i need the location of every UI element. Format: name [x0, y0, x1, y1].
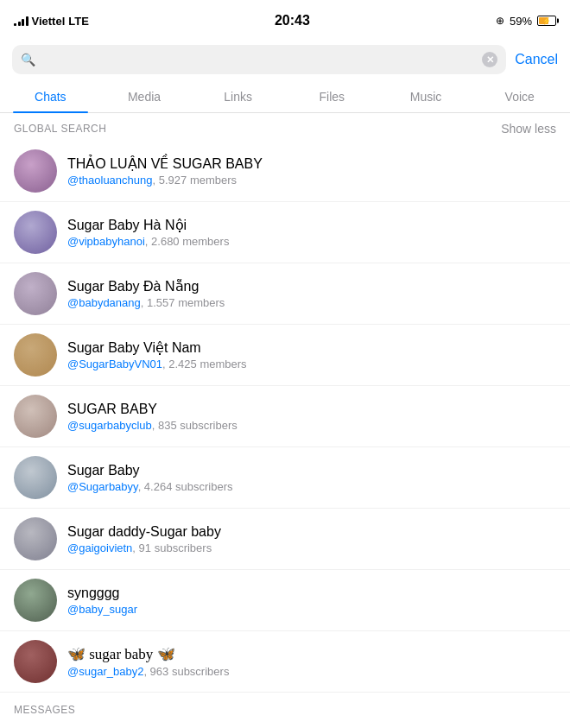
chat-name: THẢO LUẬN VỀ SUGAR BABY [67, 155, 556, 172]
chat-item[interactable]: SUGAR BABY @sugarbabyclub, 835 subscribe… [0, 386, 570, 447]
avatar [14, 333, 57, 377]
chat-members: , 963 subscribers [143, 665, 229, 678]
avatar [14, 211, 57, 254]
chat-username: @SugarBabyVN01 [67, 358, 162, 370]
chat-meta: @babydanang, 1.557 members [67, 296, 556, 309]
chat-info: THẢO LUẬN VỀ SUGAR BABY @thaoluanchung, … [67, 155, 556, 187]
chat-meta: @thaoluanchung, 5.927 members [67, 174, 556, 187]
chat-item[interactable]: THẢO LUẬN VỀ SUGAR BABY @thaoluanchung, … [0, 141, 570, 202]
chat-members: , 91 subscribers [132, 541, 212, 554]
chat-item[interactable]: Sugar daddy-Sugar baby @gaigoivietn, 91 … [0, 509, 570, 570]
avatar [14, 272, 57, 315]
global-search-title: GLOBAL SEARCH [14, 123, 106, 135]
chat-name: syngggg [67, 586, 556, 601]
status-bar: Viettel LTE 20:43 ⊕ 59% ⚡ [0, 0, 570, 38]
chat-username: @sugar_baby2 [67, 665, 143, 678]
search-input[interactable] [40, 53, 477, 67]
chat-name: Sugar Baby Hà Nội [67, 217, 556, 233]
chat-item[interactable]: Sugar Baby @Sugarbabyy, 4.264 subscriber… [0, 447, 570, 509]
chat-info: Sugar Baby Hà Nội @vipbabyhanoi, 2.680 m… [67, 217, 556, 248]
chat-username: @vipbabyhanoi [67, 235, 145, 248]
tab-chats[interactable]: Chats [3, 81, 98, 112]
chat-meta: @baby_sugar [67, 603, 556, 616]
search-input-wrapper[interactable]: 🔍 ✕ [12, 45, 506, 74]
avatar [14, 517, 57, 560]
chat-meta: @Sugarbabyy, 4.264 subscribers [67, 480, 556, 493]
chat-username: @gaigoivietn [67, 541, 132, 554]
chat-members: , 4.264 subscribers [138, 480, 233, 493]
chat-item[interactable]: Sugar Baby Hà Nội @vipbabyhanoi, 2.680 m… [0, 202, 570, 263]
tab-voice[interactable]: Voice [472, 81, 567, 112]
chat-username: @sugarbabyclub [67, 419, 152, 432]
chat-name: Sugar Baby Việt Nam [67, 339, 556, 356]
tab-media[interactable]: Media [98, 81, 192, 112]
chat-username: @Sugarbabyy [67, 480, 138, 493]
chat-name: Sugar daddy-Sugar baby [67, 524, 556, 540]
chat-name: 🦋 sugar baby 🦋 [67, 645, 556, 663]
chat-name: Sugar Baby [67, 463, 556, 478]
clear-button[interactable]: ✕ [482, 52, 497, 67]
chat-info: Sugar Baby Đà Nẵng @babydanang, 1.557 me… [67, 278, 556, 309]
lock-icon: ⊕ [496, 15, 504, 27]
chat-item[interactable]: Sugar Baby Đà Nẵng @babydanang, 1.557 me… [0, 263, 570, 325]
chat-name: SUGAR BABY [67, 402, 556, 417]
tabs-container: Chats Media Links Files Music Voice [0, 81, 570, 113]
battery-percent: 59% [510, 15, 532, 28]
chat-members: , 835 subscribers [152, 419, 238, 432]
avatar [14, 456, 57, 499]
chat-item[interactable]: 🦋 sugar baby 🦋 @sugar_baby2, 963 subscri… [0, 631, 570, 693]
avatar [14, 579, 57, 622]
chat-username: @baby_sugar [67, 603, 137, 616]
chat-members: , 5.927 members [153, 174, 238, 187]
chat-username: @thaoluanchung [67, 174, 153, 187]
chat-meta: @SugarBabyVN01, 2.425 members [67, 358, 556, 370]
chat-item[interactable]: Sugar Baby Việt Nam @SugarBabyVN01, 2.42… [0, 325, 570, 386]
chat-info: syngggg @baby_sugar [67, 586, 556, 616]
battery-icon: ⚡ [537, 16, 556, 26]
tab-files[interactable]: Files [285, 81, 379, 112]
status-right: ⊕ 59% ⚡ [496, 15, 556, 28]
carrier-label: Viettel [32, 15, 66, 28]
chat-meta: @vipbabyhanoi, 2.680 members [67, 235, 556, 248]
chat-item[interactable]: syngggg @baby_sugar [0, 570, 570, 631]
tab-music[interactable]: Music [379, 81, 473, 112]
chat-info: Sugar Baby Việt Nam @SugarBabyVN01, 2.42… [67, 339, 556, 370]
chat-meta: @sugarbabyclub, 835 subscribers [67, 419, 556, 432]
cancel-button[interactable]: Cancel [515, 52, 558, 67]
messages-title: MESSAGES [14, 704, 75, 716]
status-left: Viettel LTE [14, 15, 89, 28]
tab-links[interactable]: Links [191, 81, 285, 112]
chat-username: @babydanang [67, 296, 141, 309]
chat-info: Sugar Baby @Sugarbabyy, 4.264 subscriber… [67, 463, 556, 493]
global-search-header: GLOBAL SEARCH Show less [0, 113, 570, 141]
avatar [14, 149, 57, 193]
avatar [14, 395, 57, 438]
chat-info: Sugar daddy-Sugar baby @gaigoivietn, 91 … [67, 524, 556, 554]
chat-info: SUGAR BABY @sugarbabyclub, 835 subscribe… [67, 402, 556, 432]
chat-members: , 2.680 members [145, 235, 230, 248]
chat-info: 🦋 sugar baby 🦋 @sugar_baby2, 963 subscri… [67, 645, 556, 678]
search-icon: 🔍 [21, 53, 35, 66]
chat-members: , 2.425 members [162, 358, 247, 370]
signal-bars [14, 16, 28, 26]
chat-name: Sugar Baby Đà Nẵng [67, 278, 556, 294]
chat-meta: @gaigoivietn, 91 subscribers [67, 541, 556, 554]
time-label: 20:43 [275, 13, 310, 28]
show-less-button[interactable]: Show less [501, 122, 556, 136]
search-bar-container: 🔍 ✕ Cancel [0, 38, 570, 81]
chat-list: THẢO LUẬN VỀ SUGAR BABY @thaoluanchung, … [0, 141, 570, 693]
chat-members: , 1.557 members [141, 296, 225, 309]
messages-section-header: MESSAGES [0, 693, 570, 722]
chat-meta: @sugar_baby2, 963 subscribers [67, 665, 556, 678]
network-label: LTE [68, 15, 89, 28]
avatar [14, 640, 57, 683]
